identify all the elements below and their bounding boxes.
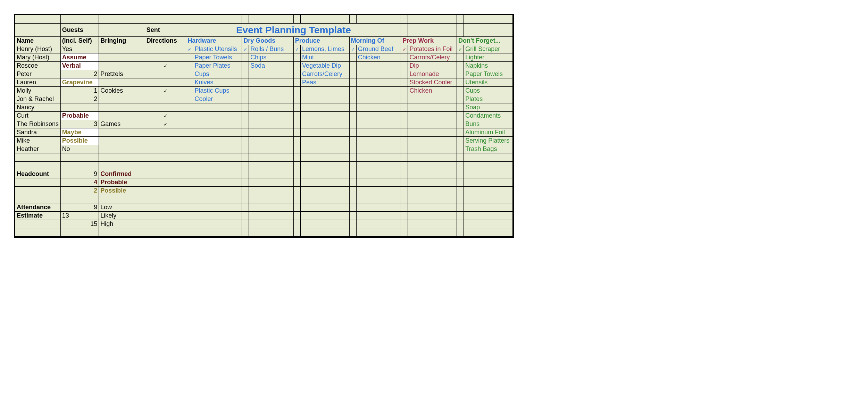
empty-cell[interactable] bbox=[356, 145, 401, 153]
empty-cell[interactable] bbox=[293, 137, 300, 145]
empty-cell[interactable] bbox=[249, 95, 294, 103]
empty-cell[interactable] bbox=[193, 178, 242, 187]
empty-cell[interactable] bbox=[300, 178, 349, 187]
empty-cell[interactable] bbox=[293, 87, 300, 95]
guest-incl[interactable]: 2 bbox=[60, 95, 99, 103]
check-icon[interactable] bbox=[457, 62, 464, 70]
guest-directions[interactable]: ✓ bbox=[145, 87, 186, 95]
guest-directions[interactable] bbox=[145, 137, 186, 145]
dontforget-item[interactable]: Buns bbox=[464, 120, 513, 128]
guest-name[interactable]: Curt bbox=[15, 112, 61, 120]
empty-cell[interactable] bbox=[457, 153, 464, 162]
empty-cell[interactable] bbox=[408, 137, 457, 145]
empty-cell[interactable] bbox=[300, 145, 349, 153]
prep-item[interactable]: Chicken bbox=[408, 87, 457, 95]
empty-cell[interactable] bbox=[242, 228, 249, 237]
guest-name[interactable]: Peter bbox=[15, 70, 61, 78]
empty-cell[interactable] bbox=[242, 128, 249, 137]
empty-cell[interactable] bbox=[349, 15, 356, 24]
estimate-label[interactable]: Estimate bbox=[15, 212, 61, 220]
guest-name[interactable]: Jon & Rachel bbox=[15, 95, 61, 103]
check-icon[interactable] bbox=[186, 78, 193, 87]
empty-cell[interactable] bbox=[408, 24, 457, 37]
empty-cell[interactable] bbox=[145, 187, 186, 195]
empty-cell[interactable] bbox=[293, 145, 300, 153]
guest-incl[interactable]: 3 bbox=[60, 120, 99, 128]
guest-bringing[interactable] bbox=[99, 137, 145, 145]
empty-cell[interactable] bbox=[464, 228, 513, 237]
empty-cell[interactable] bbox=[356, 128, 401, 137]
empty-cell[interactable] bbox=[242, 187, 249, 195]
empty-cell[interactable] bbox=[242, 170, 249, 178]
empty-cell[interactable] bbox=[293, 112, 300, 120]
header-produce[interactable]: Produce bbox=[293, 37, 349, 45]
empty-cell[interactable] bbox=[186, 170, 193, 178]
empty-cell[interactable] bbox=[408, 203, 457, 212]
attendance-label[interactable]: Attendance bbox=[15, 203, 61, 212]
empty-cell[interactable] bbox=[249, 178, 294, 187]
empty-cell[interactable] bbox=[15, 228, 61, 237]
empty-cell[interactable] bbox=[242, 87, 249, 95]
empty-cell[interactable] bbox=[15, 15, 61, 24]
empty-cell[interactable] bbox=[300, 112, 349, 120]
guest-name[interactable]: Lauren bbox=[15, 78, 61, 87]
event-table[interactable]: GuestsSentEvent Planning TemplateName(In… bbox=[15, 15, 513, 237]
empty-cell[interactable] bbox=[193, 170, 242, 178]
guest-bringing[interactable] bbox=[99, 112, 145, 120]
guest-incl[interactable]: Yes bbox=[60, 45, 99, 53]
empty-cell[interactable] bbox=[186, 153, 193, 162]
empty-cell[interactable] bbox=[145, 15, 186, 24]
check-icon[interactable] bbox=[186, 53, 193, 62]
empty-cell[interactable] bbox=[349, 120, 356, 128]
empty-cell[interactable] bbox=[293, 128, 300, 137]
guest-bringing[interactable] bbox=[99, 145, 145, 153]
empty-cell[interactable] bbox=[401, 103, 408, 112]
empty-cell[interactable] bbox=[193, 15, 242, 24]
empty-cell[interactable] bbox=[242, 145, 249, 153]
empty-cell[interactable] bbox=[242, 162, 249, 170]
empty-cell[interactable] bbox=[186, 103, 193, 112]
empty-cell[interactable] bbox=[145, 178, 186, 187]
empty-cell[interactable] bbox=[15, 153, 61, 162]
empty-cell[interactable] bbox=[249, 153, 294, 162]
empty-cell[interactable] bbox=[349, 128, 356, 137]
empty-cell[interactable] bbox=[249, 137, 294, 145]
check-icon[interactable]: ✓ bbox=[349, 45, 356, 53]
dontforget-item[interactable]: Lighter bbox=[464, 53, 513, 62]
guest-directions[interactable] bbox=[145, 145, 186, 153]
empty-cell[interactable] bbox=[408, 187, 457, 195]
prep-item[interactable]: Stocked Cooler bbox=[408, 78, 457, 87]
check-icon[interactable] bbox=[242, 53, 249, 62]
empty-cell[interactable] bbox=[193, 162, 242, 170]
empty-cell[interactable] bbox=[145, 212, 186, 220]
probable-label[interactable]: Probable bbox=[99, 178, 145, 187]
empty-cell[interactable] bbox=[193, 187, 242, 195]
guest-name[interactable]: The Robinsons bbox=[15, 120, 61, 128]
empty-cell[interactable] bbox=[186, 120, 193, 128]
header-sent[interactable]: Sent bbox=[145, 24, 186, 37]
guest-name[interactable]: Mary (Host) bbox=[15, 53, 61, 62]
empty-cell[interactable] bbox=[99, 195, 145, 203]
empty-cell[interactable] bbox=[249, 128, 294, 137]
empty-cell[interactable] bbox=[15, 187, 61, 195]
empty-cell[interactable] bbox=[293, 153, 300, 162]
empty-cell[interactable] bbox=[300, 203, 349, 212]
check-icon[interactable]: ✓ bbox=[457, 45, 464, 53]
empty-cell[interactable] bbox=[99, 15, 145, 24]
empty-cell[interactable] bbox=[464, 162, 513, 170]
empty-cell[interactable] bbox=[300, 162, 349, 170]
probable-value[interactable]: 4 bbox=[60, 178, 99, 187]
guest-bringing[interactable] bbox=[99, 62, 145, 70]
guest-bringing[interactable] bbox=[99, 95, 145, 103]
hardware-item[interactable]: Plastic Cups bbox=[193, 87, 242, 95]
header-dontforget[interactable]: Don't Forget... bbox=[457, 37, 513, 45]
high-label[interactable]: High bbox=[99, 220, 145, 228]
check-icon[interactable] bbox=[457, 120, 464, 128]
empty-cell[interactable] bbox=[408, 120, 457, 128]
guest-incl[interactable]: Probable bbox=[60, 112, 99, 120]
guest-directions[interactable] bbox=[145, 53, 186, 62]
empty-cell[interactable] bbox=[193, 103, 242, 112]
empty-cell[interactable] bbox=[356, 178, 401, 187]
dontforget-item[interactable]: Napkins bbox=[464, 62, 513, 70]
empty-cell[interactable] bbox=[293, 162, 300, 170]
